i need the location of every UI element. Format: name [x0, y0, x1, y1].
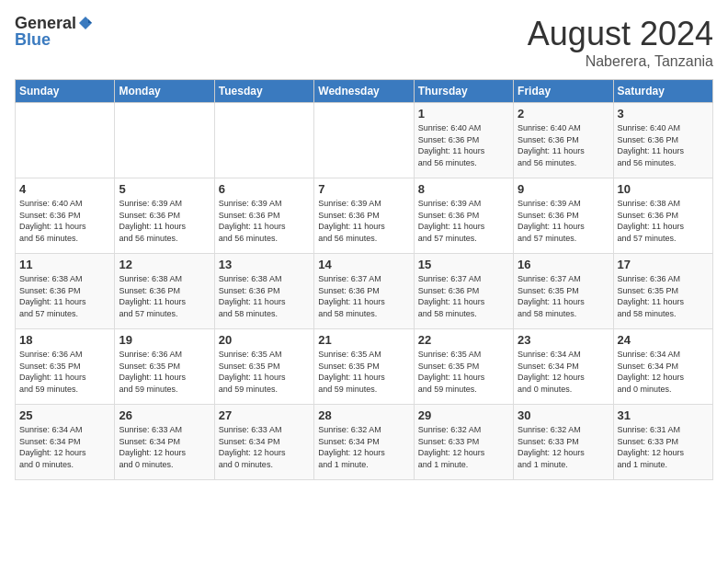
day-number: 21 [318, 333, 409, 347]
weekday-header-row: SundayMondayTuesdayWednesdayThursdayFrid… [16, 80, 713, 103]
day-number: 20 [219, 333, 310, 347]
day-info: Sunrise: 6:35 AM Sunset: 6:35 PM Dayligh… [219, 349, 310, 395]
day-info: Sunrise: 6:36 AM Sunset: 6:35 PM Dayligh… [618, 273, 709, 319]
calendar-cell: 15Sunrise: 6:37 AM Sunset: 6:36 PM Dayli… [414, 254, 513, 329]
calendar-cell: 22Sunrise: 6:35 AM Sunset: 6:35 PM Dayli… [414, 329, 513, 405]
calendar-week-3: 11Sunrise: 6:38 AM Sunset: 6:36 PM Dayli… [16, 254, 713, 329]
day-number: 31 [618, 408, 709, 422]
day-number: 11 [19, 258, 110, 271]
day-info: Sunrise: 6:33 AM Sunset: 6:34 PM Dayligh… [119, 424, 210, 470]
calendar-cell: 23Sunrise: 6:34 AM Sunset: 6:34 PM Dayli… [514, 329, 613, 405]
calendar-body: 1Sunrise: 6:40 AM Sunset: 6:36 PM Daylig… [16, 103, 713, 480]
day-info: Sunrise: 6:39 AM Sunset: 6:36 PM Dayligh… [518, 198, 609, 244]
day-number: 22 [418, 333, 509, 347]
day-number: 13 [219, 258, 310, 271]
calendar-cell: 6Sunrise: 6:39 AM Sunset: 6:36 PM Daylig… [214, 178, 313, 254]
weekday-header-tuesday: Tuesday [214, 80, 313, 103]
logo: General Blue [15, 15, 95, 49]
day-info: Sunrise: 6:32 AM Sunset: 6:33 PM Dayligh… [518, 424, 609, 470]
day-info: Sunrise: 6:38 AM Sunset: 6:36 PM Dayligh… [618, 198, 709, 244]
day-info: Sunrise: 6:34 AM Sunset: 6:34 PM Dayligh… [518, 349, 609, 395]
calendar-cell: 31Sunrise: 6:31 AM Sunset: 6:33 PM Dayli… [613, 405, 712, 480]
day-info: Sunrise: 6:38 AM Sunset: 6:36 PM Dayligh… [19, 273, 110, 319]
calendar-cell: 18Sunrise: 6:36 AM Sunset: 6:35 PM Dayli… [16, 329, 115, 405]
calendar-cell: 28Sunrise: 6:32 AM Sunset: 6:34 PM Dayli… [314, 405, 414, 480]
logo-blue: Blue [15, 30, 51, 49]
calendar-week-1: 1Sunrise: 6:40 AM Sunset: 6:36 PM Daylig… [16, 103, 713, 178]
day-number: 3 [618, 107, 709, 121]
day-info: Sunrise: 6:34 AM Sunset: 6:34 PM Dayligh… [618, 349, 709, 395]
page-header: General Blue August 2024 Naberera, Tanza… [15, 15, 713, 70]
day-number: 17 [618, 258, 709, 271]
weekday-header-monday: Monday [115, 80, 214, 103]
day-info: Sunrise: 6:38 AM Sunset: 6:36 PM Dayligh… [219, 273, 310, 319]
day-info: Sunrise: 6:35 AM Sunset: 6:35 PM Dayligh… [418, 349, 509, 395]
calendar-table: SundayMondayTuesdayWednesdayThursdayFrid… [15, 79, 713, 480]
day-info: Sunrise: 6:36 AM Sunset: 6:35 PM Dayligh… [119, 349, 210, 395]
calendar-cell [314, 103, 414, 178]
calendar-cell: 14Sunrise: 6:37 AM Sunset: 6:36 PM Dayli… [314, 254, 414, 329]
day-info: Sunrise: 6:40 AM Sunset: 6:36 PM Dayligh… [418, 122, 509, 168]
calendar-cell: 7Sunrise: 6:39 AM Sunset: 6:36 PM Daylig… [314, 178, 414, 254]
day-info: Sunrise: 6:38 AM Sunset: 6:36 PM Dayligh… [119, 273, 210, 319]
day-info: Sunrise: 6:37 AM Sunset: 6:36 PM Dayligh… [418, 273, 509, 319]
weekday-header-thursday: Thursday [414, 80, 513, 103]
calendar-cell: 11Sunrise: 6:38 AM Sunset: 6:36 PM Dayli… [16, 254, 115, 329]
day-info: Sunrise: 6:32 AM Sunset: 6:34 PM Dayligh… [318, 424, 409, 470]
day-info: Sunrise: 6:32 AM Sunset: 6:33 PM Dayligh… [418, 424, 509, 470]
calendar-cell: 1Sunrise: 6:40 AM Sunset: 6:36 PM Daylig… [414, 103, 513, 178]
day-info: Sunrise: 6:34 AM Sunset: 6:34 PM Dayligh… [19, 424, 110, 470]
day-number: 19 [119, 333, 210, 347]
calendar-cell: 16Sunrise: 6:37 AM Sunset: 6:35 PM Dayli… [514, 254, 613, 329]
day-info: Sunrise: 6:39 AM Sunset: 6:36 PM Dayligh… [418, 198, 509, 244]
day-number: 27 [219, 408, 310, 422]
logo-general: General [15, 15, 76, 31]
day-info: Sunrise: 6:33 AM Sunset: 6:34 PM Dayligh… [219, 424, 310, 470]
day-info: Sunrise: 6:39 AM Sunset: 6:36 PM Dayligh… [219, 198, 310, 244]
calendar-cell: 5Sunrise: 6:39 AM Sunset: 6:36 PM Daylig… [115, 178, 214, 254]
day-number: 18 [19, 333, 110, 347]
day-number: 2 [518, 107, 609, 121]
calendar-cell: 4Sunrise: 6:40 AM Sunset: 6:36 PM Daylig… [16, 178, 115, 254]
weekday-header-friday: Friday [514, 80, 613, 103]
day-number: 16 [518, 258, 609, 271]
day-info: Sunrise: 6:35 AM Sunset: 6:35 PM Dayligh… [318, 349, 409, 395]
day-number: 1 [418, 107, 509, 121]
weekday-header-saturday: Saturday [613, 80, 712, 103]
day-info: Sunrise: 6:37 AM Sunset: 6:36 PM Dayligh… [318, 273, 409, 319]
day-number: 6 [219, 182, 310, 196]
day-number: 30 [518, 408, 609, 422]
calendar-cell: 21Sunrise: 6:35 AM Sunset: 6:35 PM Dayli… [314, 329, 414, 405]
calendar-cell: 8Sunrise: 6:39 AM Sunset: 6:36 PM Daylig… [414, 178, 513, 254]
day-info: Sunrise: 6:39 AM Sunset: 6:36 PM Dayligh… [119, 198, 210, 244]
weekday-header-wednesday: Wednesday [314, 80, 414, 103]
calendar-cell [115, 103, 214, 178]
calendar-cell [16, 103, 115, 178]
calendar-cell: 10Sunrise: 6:38 AM Sunset: 6:36 PM Dayli… [613, 178, 712, 254]
calendar-cell: 24Sunrise: 6:34 AM Sunset: 6:34 PM Dayli… [613, 329, 712, 405]
calendar-cell: 17Sunrise: 6:36 AM Sunset: 6:35 PM Dayli… [613, 254, 712, 329]
day-number: 4 [19, 182, 110, 196]
calendar-cell: 12Sunrise: 6:38 AM Sunset: 6:36 PM Dayli… [115, 254, 214, 329]
day-info: Sunrise: 6:36 AM Sunset: 6:35 PM Dayligh… [19, 349, 110, 395]
day-info: Sunrise: 6:37 AM Sunset: 6:35 PM Dayligh… [518, 273, 609, 319]
day-number: 12 [119, 258, 210, 271]
day-number: 15 [418, 258, 509, 271]
day-number: 24 [618, 333, 709, 347]
calendar-subtitle: Naberera, Tanzania [528, 53, 713, 70]
day-info: Sunrise: 6:39 AM Sunset: 6:36 PM Dayligh… [318, 198, 409, 244]
calendar-week-2: 4Sunrise: 6:40 AM Sunset: 6:36 PM Daylig… [16, 178, 713, 254]
calendar-cell: 3Sunrise: 6:40 AM Sunset: 6:36 PM Daylig… [613, 103, 712, 178]
title-block: August 2024 Naberera, Tanzania [528, 15, 713, 70]
calendar-week-4: 18Sunrise: 6:36 AM Sunset: 6:35 PM Dayli… [16, 329, 713, 405]
calendar-cell: 26Sunrise: 6:33 AM Sunset: 6:34 PM Dayli… [115, 405, 214, 480]
calendar-cell: 29Sunrise: 6:32 AM Sunset: 6:33 PM Dayli… [414, 405, 513, 480]
calendar-cell: 25Sunrise: 6:34 AM Sunset: 6:34 PM Dayli… [16, 405, 115, 480]
calendar-cell: 27Sunrise: 6:33 AM Sunset: 6:34 PM Dayli… [214, 405, 313, 480]
calendar-title: August 2024 [528, 15, 713, 53]
calendar-cell [214, 103, 313, 178]
day-number: 28 [318, 408, 409, 422]
day-number: 14 [318, 258, 409, 271]
day-number: 23 [518, 333, 609, 347]
calendar-cell: 19Sunrise: 6:36 AM Sunset: 6:35 PM Dayli… [115, 329, 214, 405]
